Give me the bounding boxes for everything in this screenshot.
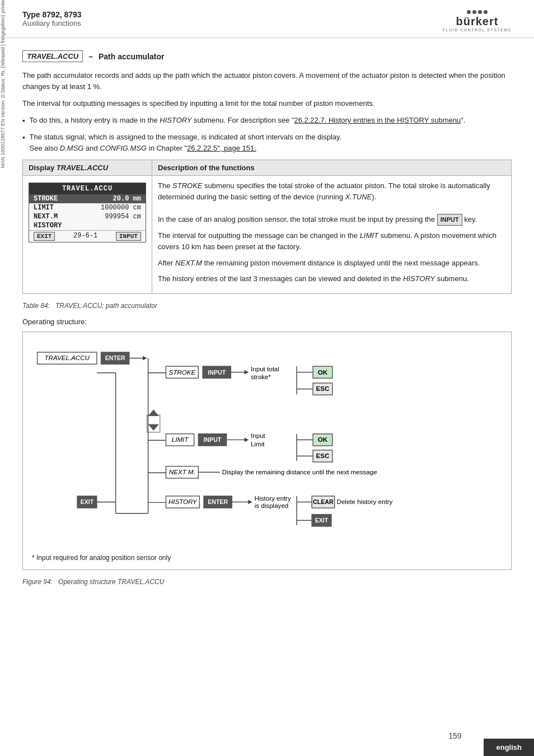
svg-text:STROKE: STROKE xyxy=(169,368,196,375)
logo-text: bürkert xyxy=(456,15,499,28)
svg-text:History entry: History entry xyxy=(255,494,291,501)
svg-text:OK: OK xyxy=(318,436,328,443)
svg-text:ENTER: ENTER xyxy=(105,354,125,361)
svg-marker-32 xyxy=(244,437,249,442)
svg-text:CLEAR: CLEAR xyxy=(313,498,334,505)
svg-text:ESC: ESC xyxy=(316,452,330,459)
bullet-marker: ▪ xyxy=(22,115,25,127)
dp-stroke-label: STROKE xyxy=(34,195,58,203)
svg-marker-24 xyxy=(148,424,159,431)
desc-4: The history entries of the last 3 messag… xyxy=(158,273,505,284)
logo-dot xyxy=(467,10,471,14)
svg-text:is displayed: is displayed xyxy=(255,502,289,509)
dp-bottom-center: 29-6-1 xyxy=(73,232,97,241)
logo-dot xyxy=(484,10,488,14)
heading-dash: – xyxy=(88,52,93,61)
desc-2: The interval for outputting the message … xyxy=(158,230,505,253)
svg-text:INPUT: INPUT xyxy=(208,368,226,375)
bullet-item-1: ▪ To do this, a history entry is made in… xyxy=(22,115,512,127)
function-table: Display TRAVEL.ACCU Description of the f… xyxy=(22,160,512,294)
svg-text:Limit: Limit xyxy=(251,441,265,447)
svg-marker-53 xyxy=(248,500,252,504)
dp-stroke-row: STROKE 20.0 mm xyxy=(29,194,146,203)
bullet-marker-2: ▪ xyxy=(22,132,25,143)
description-cell: The STROKE submenu specifies the total s… xyxy=(152,175,512,293)
svg-text:stroke*: stroke* xyxy=(251,374,271,380)
paragraph-2: The interval for outputting messages is … xyxy=(22,98,512,109)
svg-marker-5 xyxy=(143,356,147,361)
bullet-text-2: The status signal, which is assigned to … xyxy=(30,132,512,154)
dp-nextm-value: 999954 cm xyxy=(105,213,141,221)
svg-text:EXIT: EXIT xyxy=(315,517,329,524)
display-panel: TRAVEL.ACCU STROKE 20.0 mm LIMIT 1000000… xyxy=(29,183,146,242)
logo-dot xyxy=(478,10,482,14)
logo-dot xyxy=(472,10,476,14)
tag-box: TRAVEL.ACCU xyxy=(22,50,83,62)
logo-sub: FLUID CONTROL SYSTEMS xyxy=(443,28,512,32)
dp-stroke-value: 20.0 mm xyxy=(113,195,141,203)
svg-marker-13 xyxy=(244,370,249,375)
svg-text:Display the remaining distance: Display the remaining distance until the… xyxy=(222,469,377,475)
burkert-logo: bürkert FLUID CONTROL SYSTEMS xyxy=(443,10,512,32)
dp-exit-btn: EXIT xyxy=(34,232,55,241)
operating-diagram: .d-label { font-family: Arial, sans-seri… xyxy=(22,332,512,570)
display-cell: TRAVEL.ACCU STROKE 20.0 mm LIMIT 1000000… xyxy=(23,175,152,293)
bullet-list: ▪ To do this, a history entry is made in… xyxy=(22,115,512,153)
svg-text:INPUT: INPUT xyxy=(204,436,222,443)
heading-label: Path accumulator xyxy=(99,52,164,61)
dp-limit-row: LIMIT 1000000 cm xyxy=(29,203,146,212)
dp-limit-label: LIMIT xyxy=(34,204,54,212)
diagram-svg: .d-label { font-family: Arial, sans-seri… xyxy=(32,342,502,549)
dp-bottom-row: EXIT 29-6-1 INPUT xyxy=(29,230,146,242)
language-badge: english xyxy=(484,739,534,756)
main-content: TRAVEL.ACCU – Path accumulator The path … xyxy=(0,38,534,607)
logo-dots xyxy=(467,10,488,14)
page-footer: 159 english xyxy=(0,727,534,756)
dp-input-btn: INPUT xyxy=(116,232,141,241)
svg-text:Input total: Input total xyxy=(251,366,279,372)
col2-header: Description of the functions xyxy=(152,160,512,175)
svg-text:TRAVEL.ACCU: TRAVEL.ACCU xyxy=(45,354,90,361)
dp-nextm-label: NEXT.M xyxy=(34,213,58,221)
svg-text:LIMIT: LIMIT xyxy=(172,436,189,443)
header-title: Type 8792, 8793 xyxy=(22,10,82,19)
svg-text:NEXT M.: NEXT M. xyxy=(169,469,195,475)
col1-header: Display TRAVEL.ACCU xyxy=(23,160,152,175)
fig-caption: Figure 94: Operating structure TRAVEL.AC… xyxy=(22,578,512,586)
dp-title: TRAVEL.ACCU xyxy=(29,183,146,194)
bullet-item-2: ▪ The status signal, which is assigned t… xyxy=(22,132,512,154)
dp-nextm-row: NEXT.M 999954 cm xyxy=(29,212,146,221)
bullet-text-1: To do this, a history entry is made in t… xyxy=(30,115,512,126)
header-subtitle: Auxiliary functions xyxy=(22,19,82,27)
svg-text:EXIT: EXIT xyxy=(81,498,94,505)
svg-text:ENTER: ENTER xyxy=(208,498,228,505)
svg-text:Delete history entry: Delete history entry xyxy=(337,498,393,505)
desc-1: The STROKE submenu specifies the total s… xyxy=(158,180,505,226)
svg-text:OK: OK xyxy=(318,368,328,375)
dp-limit-value: 1000000 cm xyxy=(101,204,141,212)
desc-3: After NEXT.M the remaining piston moveme… xyxy=(158,258,505,269)
section-heading: TRAVEL.ACCU – Path accumulator xyxy=(22,50,512,62)
page-number: 159 xyxy=(0,727,484,756)
sidebar-text: MAN 1000118577 EN Version: D Status: RL … xyxy=(0,0,6,168)
header-left: Type 8792, 8793 Auxiliary functions xyxy=(22,10,82,27)
paragraph-1: The path accumulator records and adds up… xyxy=(22,70,512,92)
dp-history-row: HISTORY xyxy=(29,221,146,230)
page-header: Type 8792, 8793 Auxiliary functions bürk… xyxy=(0,0,534,38)
svg-text:Input: Input xyxy=(251,432,266,439)
logo-area: bürkert FLUID CONTROL SYSTEMS xyxy=(443,10,512,32)
footnote: * Input required for analog position sen… xyxy=(32,554,502,562)
dp-history-label: HISTORY xyxy=(34,222,62,230)
svg-text:HISTORY: HISTORY xyxy=(168,498,198,505)
svg-text:ESC: ESC xyxy=(316,385,330,392)
table-caption: Table 84: TRAVEL.ACCU; path accumulator xyxy=(22,302,512,310)
os-heading: Operating structure: xyxy=(22,318,512,326)
